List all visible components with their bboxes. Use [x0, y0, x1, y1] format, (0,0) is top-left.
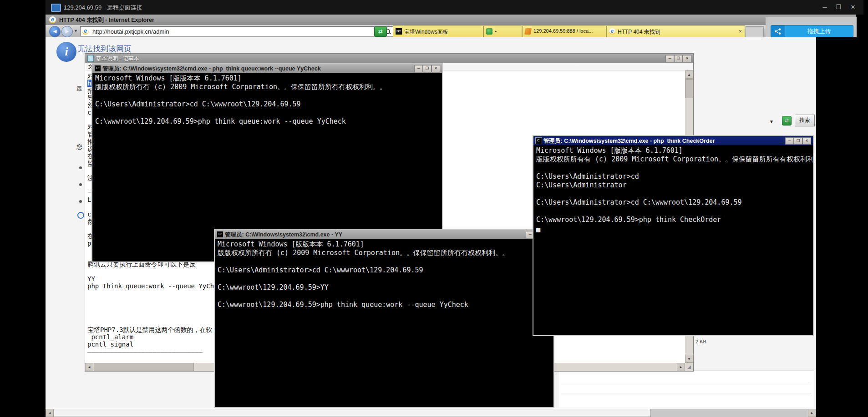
- scroll-left-icon[interactable]: ◄: [46, 409, 54, 417]
- terminal-line: Microsoft Windows [版版本本 6.1.7601]: [218, 240, 553, 249]
- terminal-line: [536, 190, 813, 198]
- tab-label: 129.204.69.59:888 / loca...: [533, 28, 593, 34]
- cmd-titlebar[interactable]: C: 管理员: C:\Windows\system32\cmd.exe - ph…: [92, 64, 442, 73]
- scroll-up-icon[interactable]: ▲: [685, 70, 693, 79]
- green-site-icon: [486, 28, 492, 35]
- cmd-icon: C:: [535, 137, 542, 144]
- terminal-line: C:\wwwroot\129.204.69.59>YY: [218, 283, 553, 292]
- cmd-title: 管理员: C:\Windows\system32\cmd.exe - php t…: [543, 137, 715, 145]
- tab-label: -: [495, 28, 497, 35]
- error-heading: 无法找到该网页: [77, 44, 132, 54]
- notepad-minimize-button[interactable]: ─: [665, 55, 674, 62]
- page-favicon-icon: e: [82, 28, 89, 35]
- share-upload-icon: [771, 25, 785, 37]
- refresh-go-button[interactable]: ⇄: [374, 26, 387, 37]
- cmd-icon: C:: [217, 231, 223, 238]
- cmd-minimize-button[interactable]: ─: [414, 65, 423, 72]
- notepad-maximize-button[interactable]: ❐: [674, 55, 683, 62]
- terminal-output[interactable]: Microsoft Windows [版版本本 6.1.7601]版版权权所所有…: [215, 239, 553, 407]
- link-icon: [77, 212, 84, 219]
- tab-phpmyadmin[interactable]: 129.204.69.59:888 / loca...: [522, 25, 606, 37]
- session-horizontal-scrollbar[interactable]: ◄ ►: [46, 409, 816, 417]
- terminal-line: 版版权权所所有有 (c) 2009 Microsoft Corporation。…: [218, 249, 553, 257]
- rdp-close-button[interactable]: ✕: [847, 2, 859, 13]
- bullet-icon: [79, 200, 82, 203]
- cmd-titlebar[interactable]: C: 管理员: C:\Windows\system32\cmd.exe - ph…: [533, 136, 813, 145]
- cmd-close-button[interactable]: ✕: [802, 137, 811, 145]
- terminal-line: C:\Users\Administrator>cd: [536, 172, 813, 181]
- drag-upload-button[interactable]: 拖拽上传: [771, 25, 853, 37]
- tab-http-404[interactable]: e HTTP 404 未找到 ×: [606, 25, 745, 37]
- rdp-maximize-button[interactable]: ❐: [832, 2, 845, 13]
- terminal-output[interactable]: Microsoft Windows [版版本本 6.1.7601]版版权权所所有…: [533, 145, 813, 335]
- terminal-line: [218, 292, 553, 301]
- rdp-monitor-icon: [51, 4, 61, 12]
- cmd-maximize-button[interactable]: ❐: [794, 137, 802, 145]
- cmd-titlebar[interactable]: C: 管理员: C:\Windows\system32\cmd.exe - YY…: [215, 230, 553, 239]
- terminal-line: Microsoft Windows [版版本本 6.1.7601]: [95, 74, 442, 83]
- desktop-background: [816, 37, 863, 417]
- notepad-titlebar[interactable]: 基本说明 - 记事本 ─ ❐ ✕: [85, 54, 693, 63]
- scroll-right-icon[interactable]: ►: [677, 363, 685, 371]
- terminal-line: [218, 257, 553, 266]
- history-dropdown-icon[interactable]: ▼: [74, 29, 78, 33]
- info-icon: i: [56, 42, 76, 62]
- terminal-line: C:\wwwroot\129.204.69.59>php think queue…: [95, 117, 442, 126]
- refresh-swap-icon[interactable]: ⇄: [782, 116, 792, 126]
- terminal-line: [536, 207, 813, 216]
- address-url[interactable]: http://houtai.pxtjcpk.cn/admin: [92, 28, 169, 35]
- terminal-line: C:\Users\Administrator: [536, 181, 813, 190]
- page-panel: [559, 371, 814, 407]
- terminal-line: Microsoft Windows [版版本本 6.1.7601]: [536, 146, 813, 155]
- back-button[interactable]: ◄: [49, 26, 61, 37]
- page-text-fragment: 最: [76, 85, 82, 93]
- phpmyadmin-icon: [524, 28, 532, 35]
- cmd-close-button[interactable]: ✕: [431, 65, 440, 72]
- resize-grip-icon[interactable]: ◢: [685, 363, 693, 371]
- ie-favicon-icon: e: [609, 28, 615, 35]
- scroll-down-icon[interactable]: ▼: [685, 355, 693, 363]
- page-text-fragment: 您: [76, 143, 82, 151]
- scroll-right-icon[interactable]: ►: [808, 409, 816, 417]
- tab-baota-panel[interactable]: BT 宝塔Windows面板: [393, 25, 483, 37]
- terminal-line: C:\wwwroot\129.204.69.59>php think Check…: [536, 216, 813, 224]
- terminal-line: [218, 275, 553, 283]
- bullet-icon: [79, 183, 82, 186]
- search-button[interactable]: 搜索: [795, 115, 815, 126]
- scroll-thumb[interactable]: [54, 409, 651, 417]
- tab-green-site[interactable]: -: [483, 25, 522, 37]
- new-tab-button[interactable]: [746, 26, 764, 37]
- cmd-window-yy: C: 管理员: C:\Windows\system32\cmd.exe - YY…: [214, 229, 554, 408]
- ie-logo-icon: e: [49, 16, 56, 23]
- terminal-line: C:\Users\Administrator>cd C:\wwwroot\129…: [218, 266, 553, 275]
- scroll-thumb[interactable]: [685, 79, 693, 98]
- notepad-close-button[interactable]: ✕: [683, 55, 691, 62]
- file-size-label: 2 KB: [695, 339, 706, 344]
- bullet-icon: [79, 166, 82, 169]
- rdp-minimize-button[interactable]: ─: [818, 2, 831, 13]
- terminal-line: C:\Users\Administrator>cd C:\wwwroot\129…: [95, 100, 442, 109]
- scroll-thumb[interactable]: [94, 363, 194, 371]
- address-bar[interactable]: e http://houtai.pxtjcpk.cn/admin ▼: [80, 26, 401, 36]
- terminal-line: C:\wwwroot\129.204.69.59>php think queue…: [218, 301, 553, 309]
- rdp-session-window: 129.204.69.59 - 远程桌面连接 ─ ❐ ✕ e HTTP 404 …: [46, 0, 863, 417]
- rdp-title: 129.204.69.59 - 远程桌面连接: [64, 4, 142, 12]
- notepad-title: 基本说明 - 记事本: [96, 55, 139, 63]
- terminal-line: C:\Users\Administrator>cd C:\wwwroot\129…: [536, 198, 813, 207]
- notepad-icon: [87, 55, 94, 62]
- dropdown-caret-icon[interactable]: ▼: [769, 119, 774, 124]
- tab-label: 宝塔Windows面板: [404, 28, 448, 36]
- terminal-line: [95, 109, 442, 117]
- ie-window-title: HTTP 404 未找到 - Internet Explorer: [59, 16, 154, 24]
- cmd-maximize-button[interactable]: ❐: [423, 65, 431, 72]
- cmd-minimize-button[interactable]: ─: [785, 137, 794, 145]
- cmd-window-check-order: C: 管理员: C:\Windows\system32\cmd.exe - ph…: [533, 135, 814, 336]
- terminal-line: 版版权权所所有有 (c) 2009 Microsoft Corporation。…: [95, 83, 442, 91]
- forward-button[interactable]: ►: [61, 26, 73, 37]
- rdp-titlebar: 129.204.69.59 - 远程桌面连接 ─ ❐ ✕: [46, 0, 863, 15]
- tab-close-icon[interactable]: ×: [739, 28, 742, 35]
- baota-icon: BT: [396, 28, 402, 35]
- cmd-icon: C:: [94, 65, 101, 72]
- cmd-title: 管理员: C:\Windows\system32\cmd.exe - php t…: [102, 65, 321, 73]
- scroll-left-icon[interactable]: ◄: [85, 363, 93, 371]
